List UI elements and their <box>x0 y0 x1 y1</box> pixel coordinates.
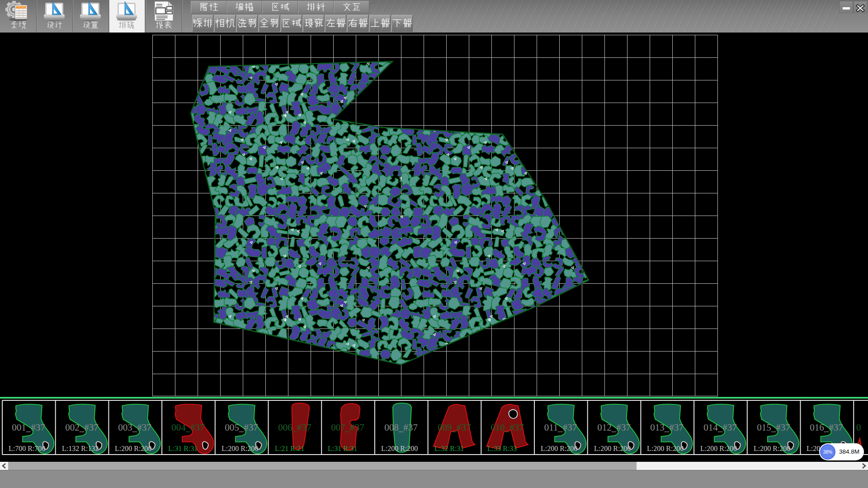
svg-text:012_#37: 012_#37 <box>597 422 631 433</box>
svg-text:L:200 R:200: L:200 R:200 <box>541 445 577 452</box>
svg-text:011_#37: 011_#37 <box>544 422 577 433</box>
svg-text:L:200 R:200: L:200 R:200 <box>647 445 684 452</box>
svg-text:L:31 R:31: L:31 R:31 <box>328 445 357 452</box>
svg-text:L:200 R:200: L:200 R:200 <box>700 445 737 452</box>
svg-text:L:31 R:31: L:31 R:31 <box>168 445 198 452</box>
svg-text:L:700 R:700: L:700 R:700 <box>9 445 45 452</box>
svg-text:001_#37: 001_#37 <box>12 422 45 433</box>
svg-text:010_#37: 010_#37 <box>491 422 524 433</box>
svg-text:004_#37: 004_#37 <box>171 422 205 433</box>
svg-text:L:200 R:200: L:200 R:200 <box>222 445 258 452</box>
svg-text:L:200 R:200: L:200 R:200 <box>754 445 790 452</box>
svg-text:002_#37: 002_#37 <box>65 422 99 433</box>
svg-text:L:33 R:33: L:33 R:33 <box>487 445 517 452</box>
svg-text:009_#37: 009_#37 <box>438 422 471 433</box>
svg-text:007_#37: 007_#37 <box>331 422 364 433</box>
svg-text:L:200 R:200: L:200 R:200 <box>381 445 418 452</box>
svg-text:L:32 R:31: L:32 R:31 <box>434 445 464 452</box>
svg-text:013_#37: 013_#37 <box>650 422 684 433</box>
svg-text:006_#37: 006_#37 <box>278 422 311 433</box>
svg-text:L:21 R:21: L:21 R:21 <box>275 445 304 452</box>
svg-text:0: 0 <box>856 422 861 433</box>
svg-text:014_#37: 014_#37 <box>703 422 737 433</box>
svg-text:008_#37: 008_#37 <box>384 422 418 433</box>
svg-text:016_#37: 016_#37 <box>810 422 843 433</box>
svg-text:005_#37: 005_#37 <box>225 422 258 433</box>
svg-text:003_#37: 003_#37 <box>118 422 151 433</box>
svg-text:L:200 R:200: L:200 R:200 <box>594 445 631 452</box>
svg-text:L:200 R:200: L:200 R:200 <box>115 445 151 452</box>
svg-text:015_#37: 015_#37 <box>757 422 790 433</box>
svg-text:L:132 R:132: L:132 R:132 <box>62 445 99 452</box>
